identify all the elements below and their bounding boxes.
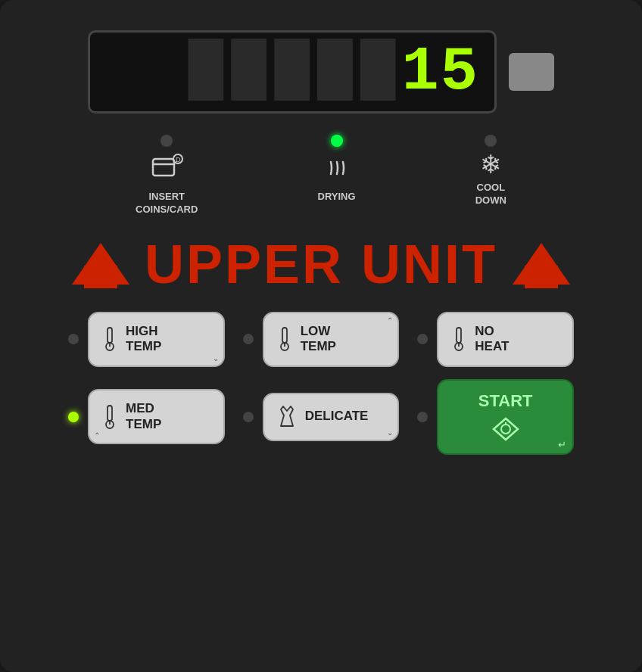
buttons-grid: HIGH TEMP ⌄ LOW TEMP ⌃: [30, 312, 612, 455]
led-med-temp: [68, 412, 79, 422]
low-temp-label: LOW TEMP: [301, 324, 336, 355]
display-row: █ █ █ █ █ 15: [88, 30, 554, 114]
led-delicate: [243, 412, 254, 422]
med-temp-button[interactable]: MED TEMP ⌃: [88, 389, 225, 444]
led-high-temp: [68, 334, 79, 344]
status-cool-down: ❄ COOL DOWN: [475, 135, 506, 207]
left-arrow-up: [72, 243, 129, 285]
svg-rect-7: [282, 328, 287, 343]
start-button[interactable]: START ↵: [437, 379, 574, 455]
led-start: [417, 412, 428, 422]
cool-down-label: COOL DOWN: [475, 182, 506, 207]
status-insert-coins: D INSERT COINS/CARD: [136, 135, 198, 216]
main-panel: █ █ █ █ █ 15 D: [0, 0, 642, 672]
low-temp-button[interactable]: LOW TEMP ⌃: [263, 312, 400, 367]
high-temp-row: HIGH TEMP ⌄: [68, 312, 225, 367]
svg-marker-16: [494, 418, 518, 440]
insert-coins-label: INSERT COINS/CARD: [136, 191, 198, 216]
digit-display: █ █ █ █ █ 15: [88, 30, 497, 114]
svg-rect-13: [108, 406, 112, 421]
drying-icon: [320, 151, 354, 186]
high-temp-button[interactable]: HIGH TEMP ⌄: [88, 312, 225, 367]
start-row: START ↵: [417, 379, 574, 455]
thermometer-icon-2: [276, 326, 293, 352]
cool-down-icon: ❄: [480, 151, 501, 177]
low-temp-row: LOW TEMP ⌃: [243, 312, 400, 367]
led-drying: [331, 135, 343, 147]
led-low-temp: [243, 334, 254, 344]
seg-digit-1: █: [189, 39, 226, 105]
svg-rect-0: [153, 159, 174, 176]
tick-mark-bl: ⌃: [94, 431, 100, 440]
delicate-row: DELICATE ⌄: [243, 379, 400, 455]
right-arrow-up: [513, 243, 570, 285]
seg-digit-5: █: [360, 39, 397, 105]
banner-row: UPPER UNIT: [30, 233, 612, 295]
svg-text:D: D: [176, 156, 181, 163]
return-arrow-icon: ↵: [558, 439, 566, 450]
med-temp-row: MED TEMP ⌃: [68, 379, 225, 455]
seg-digit-4: █: [317, 39, 354, 105]
insert-coins-icon: D: [150, 151, 183, 186]
banner-text: UPPER UNIT: [145, 233, 497, 295]
led-cool-down: [485, 135, 497, 147]
no-heat-button[interactable]: NO HEAT: [437, 312, 574, 367]
active-display-value: 15: [402, 37, 479, 107]
led-no-heat: [417, 334, 428, 344]
svg-point-17: [501, 425, 510, 434]
tick-mark-tr: ⌃: [387, 316, 393, 325]
seg-digit-2: █: [231, 39, 268, 105]
svg-rect-4: [108, 328, 112, 343]
tick-mark-delicate: ⌄: [387, 428, 393, 437]
led-insert-coins: [160, 135, 173, 147]
med-temp-label: MED TEMP: [126, 401, 161, 432]
high-temp-label: HIGH TEMP: [126, 324, 161, 355]
start-label: START: [478, 391, 533, 411]
no-heat-label: NO HEAT: [475, 324, 509, 355]
dress-icon: [276, 405, 298, 429]
thermometer-icon: [101, 326, 118, 352]
thermometer-icon-3: [450, 326, 467, 352]
status-drying: DRYING: [318, 135, 356, 204]
start-power-icon: [489, 415, 522, 443]
no-heat-row: NO HEAT: [417, 312, 574, 367]
delicate-button[interactable]: DELICATE ⌄: [263, 393, 400, 441]
svg-rect-10: [457, 328, 461, 343]
drying-label: DRYING: [318, 191, 356, 204]
status-row: D INSERT COINS/CARD DRYING: [30, 135, 612, 216]
side-button[interactable]: [509, 53, 554, 91]
thermometer-icon-4: [101, 404, 118, 430]
seg-digit-3: █: [274, 39, 311, 105]
inactive-digits: █ █ █ █ █: [189, 39, 397, 105]
tick-mark: ⌄: [213, 354, 219, 362]
delicate-label: DELICATE: [305, 409, 369, 424]
